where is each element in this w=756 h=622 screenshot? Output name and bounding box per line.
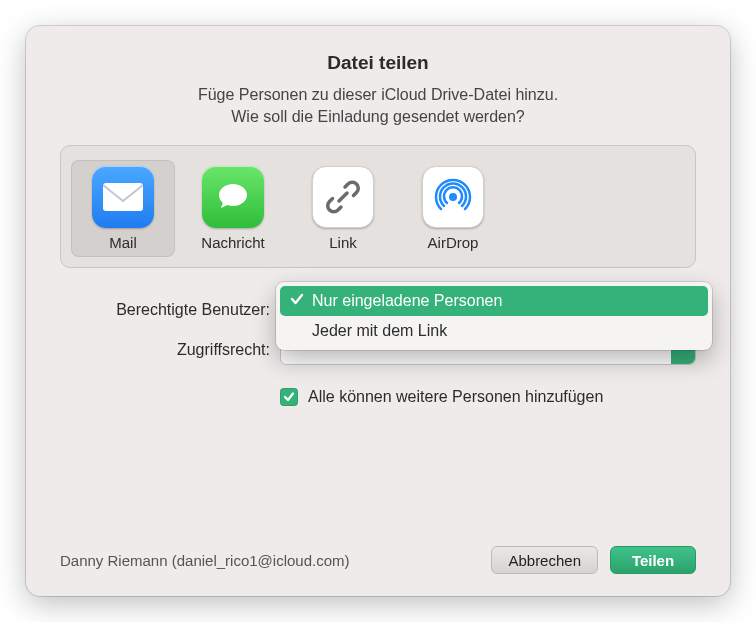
subtitle-line-2: Wie soll die Einladung gesendet werden?	[231, 108, 525, 125]
link-icon	[312, 166, 374, 228]
share-method-airdrop-label: AirDrop	[401, 234, 505, 251]
checkmark-icon	[290, 292, 312, 310]
checkbox-checked-icon	[280, 388, 298, 406]
dialog-title: Datei teilen	[60, 52, 696, 74]
share-method-airdrop[interactable]: AirDrop	[401, 160, 505, 257]
share-method-link-label: Link	[291, 234, 395, 251]
share-method-message-label: Nachricht	[181, 234, 285, 251]
share-method-mail[interactable]: Mail	[71, 160, 175, 257]
account-info: Danny Riemann (daniel_rico1@icloud.com)	[60, 552, 479, 569]
allow-others-invite-label: Alle können weitere Personen hinzufügen	[308, 388, 603, 406]
permission-label: Zugriffsrecht:	[60, 341, 280, 359]
share-method-message[interactable]: Nachricht	[181, 160, 285, 257]
allowed-users-label: Berechtigte Benutzer:	[60, 301, 280, 319]
share-method-mail-label: Mail	[71, 234, 175, 251]
share-method-panel: Mail Nachricht	[60, 145, 696, 268]
allow-others-invite-row[interactable]: Alle können weitere Personen hinzufügen	[60, 388, 696, 406]
share-method-link[interactable]: Link	[291, 160, 395, 257]
dialog-subtitle: Füge Personen zu dieser iCloud Drive-Dat…	[60, 84, 696, 129]
dropdown-option-only-invited-label: Nur eingeladene Personen	[312, 292, 502, 310]
mail-icon	[92, 166, 154, 228]
dropdown-option-only-invited[interactable]: Nur eingeladene Personen	[280, 286, 708, 316]
svg-point-1	[449, 193, 457, 201]
dropdown-option-anyone-link-label: Jeder mit dem Link	[312, 322, 447, 340]
message-icon	[202, 166, 264, 228]
dialog-footer: Danny Riemann (daniel_rico1@icloud.com) …	[60, 546, 696, 574]
cancel-button[interactable]: Abbrechen	[491, 546, 598, 574]
subtitle-line-1: Füge Personen zu dieser iCloud Drive-Dat…	[198, 86, 558, 103]
svg-rect-0	[103, 183, 143, 211]
share-button[interactable]: Teilen	[610, 546, 696, 574]
dropdown-option-anyone-link[interactable]: Jeder mit dem Link	[280, 316, 708, 346]
airdrop-icon	[422, 166, 484, 228]
allowed-users-dropdown: Nur eingeladene Personen Jeder mit dem L…	[276, 282, 712, 350]
share-file-dialog: Datei teilen Füge Personen zu dieser iCl…	[26, 26, 730, 596]
